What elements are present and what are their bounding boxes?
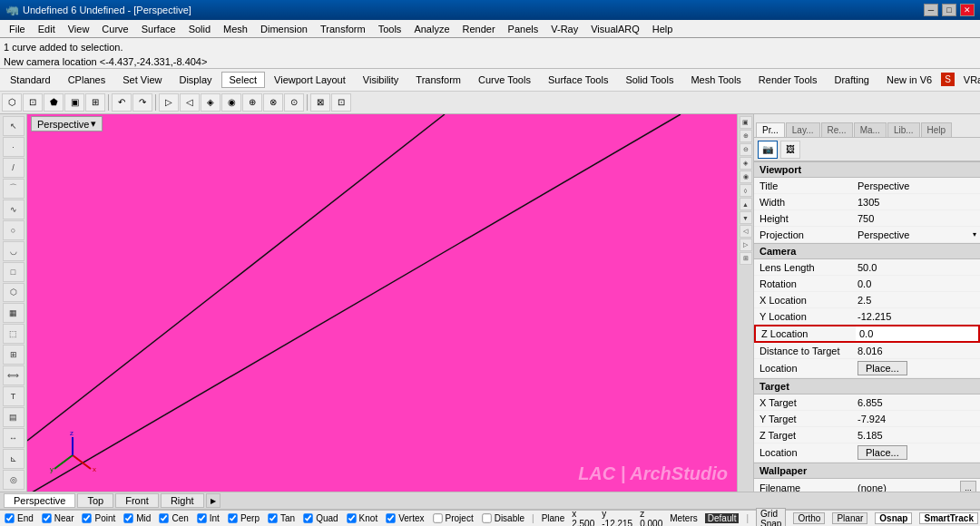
status-check-quad[interactable]: Quad [302,512,338,524]
right-tool-9[interactable]: ◁ [740,225,752,238]
cb-quad[interactable] [303,513,312,522]
toolbar-btn-1[interactable]: ⬡ [2,93,22,112]
close-button[interactable]: ✕ [960,4,975,16]
tab-visibility[interactable]: Visibility [355,72,407,88]
status-check-tan[interactable]: Tan [267,512,295,524]
rpanel-tab-layers[interactable]: Lay... [786,122,820,137]
tool-arc[interactable]: ◡ [3,241,24,261]
tab-cplanes[interactable]: CPlanes [60,72,114,88]
filename-ellipsis-button[interactable]: ... [960,481,976,492]
tab-solid-tools[interactable]: Solid Tools [617,72,681,88]
tool-transform[interactable]: ↔ [3,428,24,448]
status-check-perp[interactable]: Perp [227,512,260,524]
right-tool-10[interactable]: ▷ [740,239,752,251]
camera-place-button[interactable]: Place... [858,361,907,375]
right-tool-1[interactable]: ▣ [740,116,752,129]
maximize-button[interactable]: □ [942,4,956,16]
right-tool-4[interactable]: ◈ [740,157,752,170]
right-tool-8[interactable]: ▼ [740,211,752,224]
menu-edit[interactable]: Edit [33,22,61,36]
titlebar-right[interactable]: ─ □ ✕ [924,4,975,16]
toolbar-btn-6[interactable]: ↶ [112,93,132,112]
viewport-label[interactable]: Perspective ▾ [31,116,103,132]
right-tool-6[interactable]: ◊ [740,184,752,197]
toolbar-btn-10[interactable]: ◈ [201,93,220,112]
tool-text[interactable]: T [3,386,24,406]
prop-z-location[interactable]: Z Location 0.0 [754,325,980,343]
cb-mid[interactable] [124,513,133,522]
status-check-point[interactable]: Point [81,512,115,524]
tab-standard[interactable]: Standard [2,72,59,88]
menu-panels[interactable]: Panels [503,22,544,36]
tool-circle[interactable]: ○ [3,220,24,240]
cb-disable[interactable] [482,513,491,522]
status-smarttrack[interactable]: SmartTrack [919,512,977,524]
cb-project[interactable] [433,513,442,522]
cb-vertex[interactable] [386,513,395,522]
menu-transform[interactable]: Transform [315,22,371,36]
viewport-area[interactable]: Perspective ▾ x y z LAC | ArchStudio [27,114,737,492]
rpanel-tab-libraries[interactable]: Lib... [887,122,920,137]
cb-tan[interactable] [268,513,277,522]
tab-transform[interactable]: Transform [407,72,469,88]
status-check-disable[interactable]: Disable [481,512,524,524]
toolbar-btn-3[interactable]: ⬟ [44,93,64,112]
menu-help[interactable]: Help [647,22,679,36]
target-place-button[interactable]: Place... [858,445,907,460]
menu-view[interactable]: View [63,22,95,36]
menu-solid[interactable]: Solid [183,22,216,36]
status-check-cen[interactable]: Cen [158,512,188,524]
tool-polygon[interactable]: ⬡ [3,283,24,303]
status-check-project[interactable]: Project [432,512,474,524]
toolbar-btn-13[interactable]: ⊗ [263,93,283,112]
tool-solid[interactable]: ⬚ [3,324,24,344]
tool-render[interactable]: ◎ [3,470,24,490]
toolbar-btn-9[interactable]: ◁ [180,93,200,112]
vp-tab-arrow[interactable]: ▶ [206,493,220,508]
vp-tab-top[interactable]: Top [77,493,113,508]
tool-rect[interactable]: □ [3,262,24,282]
tool-analyze[interactable]: ⊾ [3,449,24,469]
rpanel-tab-properties[interactable]: Pr... [756,122,785,137]
status-check-near[interactable]: Near [41,512,74,524]
tab-drafting[interactable]: Drafting [826,72,877,88]
menu-mesh[interactable]: Mesh [218,22,253,36]
status-planar[interactable]: Planar [832,512,867,524]
cb-near[interactable] [42,513,51,522]
rpanel-icon-camera[interactable]: 📷 [758,141,778,159]
menu-dimension[interactable]: Dimension [255,22,313,36]
cb-knot[interactable] [347,513,356,522]
rpanel-tab-help[interactable]: Help [921,122,953,137]
status-ortho[interactable]: Ortho [793,512,825,524]
tool-polyline[interactable]: ⌒ [3,179,24,199]
right-tool-2[interactable]: ⊕ [740,130,752,142]
tool-line[interactable]: / [3,158,24,178]
right-tool-5[interactable]: ◉ [740,170,752,183]
tab-setview[interactable]: Set View [114,72,170,88]
status-check-knot[interactable]: Knot [346,512,378,524]
tab-curve-tools[interactable]: Curve Tools [470,72,539,88]
toolbar-btn-5[interactable]: ⊞ [85,93,105,112]
toolbar-btn-11[interactable]: ◉ [221,93,241,112]
tool-surface[interactable]: ▦ [3,303,24,323]
tab-surface-tools[interactable]: Surface Tools [540,72,616,88]
menu-analyze[interactable]: Analyze [408,22,455,36]
status-osnap[interactable]: Osnap [875,512,912,524]
status-check-int[interactable]: Int [196,512,220,524]
rpanel-icon-render[interactable]: 🖼 [780,141,800,159]
menu-file[interactable]: File [4,22,31,36]
status-check-mid[interactable]: Mid [122,512,151,524]
tool-curve[interactable]: ∿ [3,200,24,219]
prop-z-location-value[interactable]: 0.0 [856,326,978,341]
cb-int[interactable] [197,513,206,522]
toolbar-btn-8[interactable]: ▷ [159,93,179,112]
cb-cen[interactable] [160,513,169,522]
tab-viewport-layout[interactable]: Viewport Layout [266,72,354,88]
prop-projection-value[interactable]: Perspective ▾ [854,228,980,242]
vp-tab-front[interactable]: Front [115,493,159,508]
menu-render[interactable]: Render [457,22,501,36]
cb-perp[interactable] [228,513,237,522]
menu-curve[interactable]: Curve [96,22,133,36]
toolbar-btn-7[interactable]: ↷ [132,93,152,112]
rpanel-tab-materials[interactable]: Ma... [854,122,887,137]
